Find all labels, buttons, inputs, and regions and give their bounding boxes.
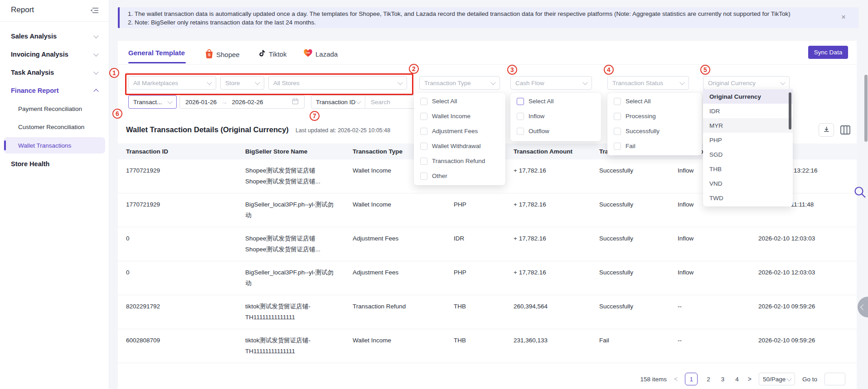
cash-flow-select[interactable]: Cash Flow xyxy=(510,76,592,90)
column-settings-button[interactable] xyxy=(839,124,851,138)
panel-scrollbar-thumb[interactable] xyxy=(789,92,791,130)
tab-tiktok[interactable]: Tiktok xyxy=(258,49,286,59)
checkbox-icon[interactable] xyxy=(517,113,524,120)
cell-transaction-type: Adjustment Fees xyxy=(353,267,398,278)
sidebar-item-customer-reconciliation[interactable]: Customer Reconciliation xyxy=(18,120,100,133)
prev-page-icon[interactable]: < xyxy=(674,375,678,383)
next-page-icon[interactable]: > xyxy=(748,375,752,383)
table-row[interactable]: 0 BigSeller_local3PF.ph--yl-测试勿动 Adjustm… xyxy=(118,261,857,295)
goto-page-input[interactable] xyxy=(824,373,845,385)
wallet-transactions-page: Report Sales Analysis Invoicing Analysis… xyxy=(0,0,868,389)
option-outflow[interactable]: Outflow xyxy=(510,124,601,139)
option-original-currency[interactable]: Original Currency xyxy=(703,89,793,104)
date-from-value[interactable]: 2026-01-26 xyxy=(185,99,217,106)
tab-shopee[interactable]: S Shopee xyxy=(205,49,240,60)
store-line-2: TH11111111111111 xyxy=(245,346,352,357)
option-myr[interactable]: MYR xyxy=(703,118,793,133)
sidebar-item-label: Task Analysis xyxy=(11,69,54,76)
checkbox-icon[interactable] xyxy=(420,173,427,180)
checkbox-icon[interactable] xyxy=(420,143,427,150)
tab-general-template[interactable]: General Template xyxy=(128,49,185,57)
page-3[interactable]: 3 xyxy=(719,376,727,383)
tab-label: Tiktok xyxy=(269,50,286,58)
checkbox-icon[interactable] xyxy=(517,98,524,105)
sidebar-subitem-label: Customer Reconciliation xyxy=(18,124,84,130)
export-button[interactable] xyxy=(819,123,834,137)
sidebar-item-task-analysis[interactable]: Task Analysis xyxy=(11,66,98,79)
option-transaction-refund[interactable]: Transaction Refund xyxy=(414,154,505,168)
sidebar-item-payment-reconciliation[interactable]: Payment Reconciliation xyxy=(18,102,100,115)
option-inflow[interactable]: Inflow xyxy=(510,109,601,124)
tab-lazada[interactable]: Laz Lazada xyxy=(303,49,338,59)
total-items-text: 158 items xyxy=(640,376,667,383)
sidebar-item-sales-analysis[interactable]: Sales Analysis xyxy=(11,30,98,43)
option-vnd[interactable]: VND xyxy=(703,176,793,191)
transaction-status-select[interactable]: Transaction Status xyxy=(607,76,689,90)
col-store-name: BigSeller Store Name xyxy=(245,144,352,159)
quick-date-select[interactable]: Transact... xyxy=(128,95,177,109)
cell-transaction-type: Transaction Refund xyxy=(353,301,406,312)
option-thb[interactable]: THB xyxy=(703,162,793,176)
sync-data-button[interactable]: Sync Data xyxy=(808,46,848,59)
option-successfully[interactable]: Successfully xyxy=(607,124,702,139)
chevron-down-icon xyxy=(356,99,361,104)
currency-select[interactable]: Original Currency xyxy=(703,76,790,90)
page-2[interactable]: 2 xyxy=(705,376,712,383)
page-4[interactable]: 4 xyxy=(733,376,741,383)
close-icon[interactable]: × xyxy=(841,13,846,21)
sidebar-item-finance-report[interactable]: Finance Report xyxy=(11,84,98,97)
option-fail[interactable]: Fail xyxy=(607,139,702,154)
calendar-icon xyxy=(292,98,299,106)
store-line-1: tiktok测试发货留证店铺- xyxy=(245,335,352,346)
cell-amount: 260,394,564 xyxy=(514,301,548,312)
option-wallet-income[interactable]: Wallet Income xyxy=(414,109,505,124)
transaction-type-select[interactable]: Transaction Type xyxy=(419,76,500,90)
download-icon xyxy=(823,126,830,134)
option-php[interactable]: PHP xyxy=(703,133,793,147)
option-adjustment-fees[interactable]: Adjustment Fees xyxy=(414,124,505,139)
date-to-value[interactable]: 2026-02-26 xyxy=(232,99,263,106)
table-row[interactable]: 0 Shopee测试发货留证店铺Shopee测试发货留证店铺... Adjust… xyxy=(118,227,857,261)
search-field-select[interactable]: Transaction ID xyxy=(311,99,365,106)
cell-time: 2026-02-10 12:03:03 xyxy=(758,267,815,278)
cell-status: Successfully xyxy=(599,233,633,244)
checkbox-icon[interactable] xyxy=(614,128,621,135)
option-processing[interactable]: Processing xyxy=(607,109,702,124)
table-row[interactable]: 8202291792 tiktok测试发货留证店铺-TH111111111111… xyxy=(118,295,857,329)
cell-status: Successfully xyxy=(599,301,633,312)
floating-search-button[interactable] xyxy=(853,185,867,201)
checkbox-icon[interactable] xyxy=(614,143,621,150)
table-row[interactable]: 6002808709 tiktok测试发货留证店铺-TH111111111111… xyxy=(118,329,857,363)
page-1-current[interactable]: 1 xyxy=(685,373,698,385)
checkbox-icon[interactable] xyxy=(420,98,427,105)
sidebar-item-invoicing-analysis[interactable]: Invoicing Analysis xyxy=(11,48,98,61)
collapse-sidebar-icon[interactable] xyxy=(91,7,99,14)
cell-time: 2026-02-10 09:59:26 xyxy=(758,301,815,312)
checkbox-icon[interactable] xyxy=(420,158,427,165)
page-size-select[interactable]: 50/Page xyxy=(759,373,795,385)
option-sgd[interactable]: SGD xyxy=(703,147,793,162)
sidebar-item-wallet-transactions[interactable]: Wallet Transactions xyxy=(18,139,100,152)
option-select-all[interactable]: Select All xyxy=(607,94,702,109)
cell-currency: IDR xyxy=(454,233,464,244)
checkbox-icon[interactable] xyxy=(420,113,427,120)
checkbox-icon[interactable] xyxy=(420,128,427,135)
option-label: Adjustment Fees xyxy=(432,128,478,134)
option-idr[interactable]: IDR xyxy=(703,104,793,118)
checkbox-icon[interactable] xyxy=(614,113,621,120)
option-twd[interactable]: TWD xyxy=(703,191,793,205)
checkbox-icon[interactable] xyxy=(517,128,524,135)
cell-cash-flow: -- xyxy=(678,335,682,346)
option-other[interactable]: Other xyxy=(414,168,505,183)
floating-collapse-button[interactable] xyxy=(858,297,868,317)
sidebar-item-store-health[interactable]: Store Health xyxy=(11,158,98,170)
cell-currency: THB xyxy=(454,335,466,346)
page-scrollbar-thumb[interactable] xyxy=(864,75,868,142)
checkbox-icon[interactable] xyxy=(614,98,621,105)
date-range-picker[interactable]: 2026-01-26 → 2026-02-26 xyxy=(179,95,305,109)
option-select-all[interactable]: Select All xyxy=(414,94,505,109)
option-wallet-withdrawal[interactable]: Wallet Withdrawal xyxy=(414,139,505,154)
option-select-all[interactable]: Select All xyxy=(510,94,601,109)
col-transaction-type: Transaction Type xyxy=(353,144,402,159)
svg-text:S: S xyxy=(208,53,210,57)
